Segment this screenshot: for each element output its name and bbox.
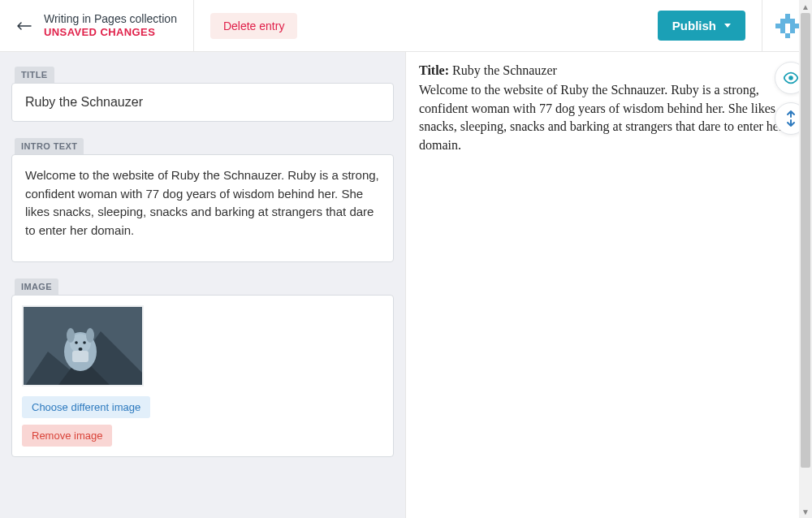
eye-icon	[782, 69, 800, 87]
main-split: TITLE INTRO TEXT IMAGE	[0, 52, 812, 518]
svg-point-8	[83, 341, 86, 344]
editor-pane: TITLE INTRO TEXT IMAGE	[0, 52, 406, 518]
preview-title-prefix: Title:	[419, 63, 449, 77]
collection-name: Writing in Pages collection	[44, 11, 177, 26]
delete-entry-button[interactable]: Delete entry	[210, 13, 297, 39]
svg-point-11	[788, 76, 793, 80]
choose-image-button[interactable]: Choose different image	[22, 396, 150, 418]
preview-title-line: Title: Ruby the Schnauzer	[419, 62, 799, 80]
preview-pane: Title: Ruby the Schnauzer Welcome to the…	[406, 52, 812, 518]
header-text: Writing in Pages collection UNSAVED CHAN…	[44, 11, 177, 40]
image-field-box: Choose different image Remove image	[11, 295, 394, 457]
avatar-icon	[775, 14, 800, 38]
svg-point-9	[79, 347, 83, 351]
svg-point-5	[67, 328, 75, 343]
back-section[interactable]: Writing in Pages collection UNSAVED CHAN…	[0, 0, 194, 51]
title-field-label: TITLE	[15, 67, 54, 83]
intro-field: INTRO TEXT	[11, 138, 394, 262]
intro-textarea[interactable]	[25, 166, 380, 248]
image-thumbnail[interactable]	[22, 305, 144, 386]
intro-field-label: INTRO TEXT	[15, 138, 84, 154]
back-arrow-icon[interactable]	[16, 18, 32, 34]
remove-image-label: Remove image	[32, 430, 102, 442]
delete-entry-label: Delete entry	[223, 19, 284, 32]
publish-button[interactable]: Publish	[658, 11, 745, 41]
publish-label: Publish	[672, 19, 716, 32]
caret-down-icon	[724, 24, 731, 28]
image-field: IMAGE	[11, 278, 394, 457]
sync-scroll-icon	[783, 110, 799, 127]
choose-image-label: Choose different image	[32, 401, 140, 413]
image-field-label: IMAGE	[15, 278, 58, 295]
unsaved-changes-label: UNSAVED CHANGES	[44, 26, 177, 40]
remove-image-button[interactable]: Remove image	[22, 425, 112, 447]
topbar: Writing in Pages collection UNSAVED CHAN…	[0, 0, 812, 52]
title-field: TITLE	[11, 67, 394, 122]
svg-point-7	[75, 341, 78, 344]
preview-body: Welcome to the website of Ruby the Schna…	[419, 81, 799, 154]
svg-rect-10	[72, 351, 89, 362]
scroll-up-icon[interactable]: ▲	[799, 0, 812, 13]
title-input[interactable]	[25, 95, 380, 110]
image-actions: Choose different image Remove image	[22, 396, 383, 447]
svg-point-6	[86, 328, 94, 343]
preview-title-value: Ruby the Schnauzer	[452, 63, 557, 77]
scroll-down-icon[interactable]: ▼	[799, 505, 812, 518]
vertical-scrollbar[interactable]: ▲ ▼	[799, 0, 812, 518]
intro-field-box	[11, 154, 394, 262]
scrollbar-thumb[interactable]	[801, 13, 810, 468]
title-field-box	[11, 83, 394, 122]
